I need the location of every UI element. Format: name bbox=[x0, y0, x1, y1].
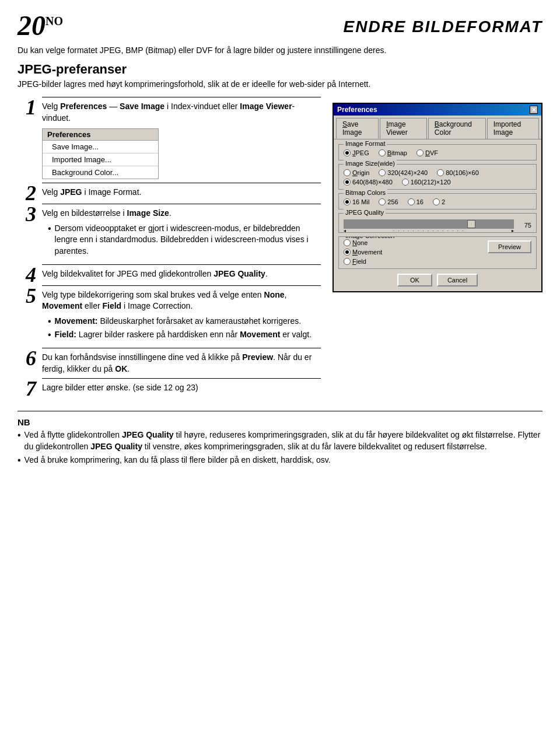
intro-text: Du kan velge formatet JPEG, BMP (Bitmap)… bbox=[18, 46, 542, 55]
dialog-body: Image Format JPEG Bitmap DVF bbox=[334, 139, 541, 291]
tab-background-color[interactable]: Background Color bbox=[428, 118, 486, 139]
radio-80x60[interactable]: 80(106)×60 bbox=[437, 169, 479, 176]
pref-title: Preferences bbox=[43, 129, 158, 141]
dialog-button-row: OK Cancel bbox=[338, 274, 537, 287]
image-size-label: Image Size(wide) bbox=[344, 160, 397, 167]
radio-16-circle bbox=[408, 198, 415, 205]
pref-background-color[interactable]: Background Color... bbox=[43, 166, 158, 179]
radio-movement[interactable]: Movement bbox=[344, 249, 382, 256]
image-format-label: Image Format bbox=[344, 140, 387, 147]
main-content: 1 Velg Preferences — Save Image i Index-… bbox=[18, 97, 542, 399]
bitmap-colors-options: 16 Mil 256 16 2 bbox=[344, 198, 531, 205]
step-3-bullets: • Dersom videoopptaket er gjort i widesc… bbox=[42, 223, 321, 257]
nb-bullet-1: • Ved å flytte glidekontrollen JPEG Qual… bbox=[18, 429, 542, 452]
dialog-column: Preferences ✕ Save Image Image Viewer Ba… bbox=[332, 97, 542, 399]
ok-button[interactable]: OK bbox=[397, 274, 432, 287]
radio-256-circle bbox=[379, 198, 386, 205]
radio-field-circle bbox=[344, 258, 351, 265]
step-number-3: 3 bbox=[18, 204, 36, 225]
radio-16mil[interactable]: 16 Mil bbox=[344, 198, 369, 205]
step-4: 4 Velg bildekvalitet for JPEG med glidek… bbox=[18, 264, 321, 285]
radio-dvf-circle bbox=[416, 149, 424, 156]
image-correction-group: Image Correction None Movement bbox=[338, 236, 537, 269]
radio-origin[interactable]: Origin bbox=[344, 169, 369, 176]
radio-dvf[interactable]: DVF bbox=[416, 149, 438, 156]
jpeg-quality-slider[interactable]: ◂ · · · · · · · · · · · · · · · ▸ bbox=[344, 219, 514, 229]
tab-imported-image[interactable]: Imported Image bbox=[487, 118, 539, 139]
step-6: 6 Du kan forhåndsvise innstillingene din… bbox=[18, 348, 321, 378]
radio-jpeg-circle bbox=[344, 149, 351, 156]
step-number-5: 5 bbox=[18, 285, 36, 306]
step-content-3: Velg en bildestørrelse i Image Size. • D… bbox=[42, 204, 321, 264]
jpeg-quality-slider-row: ◂ · · · · · · · · · · · · · · · ▸ 75 bbox=[344, 219, 531, 229]
radio-jpeg[interactable]: JPEG bbox=[344, 149, 369, 156]
preferences-dialog: Preferences ✕ Save Image Image Viewer Ba… bbox=[332, 103, 542, 292]
image-format-group: Image Format JPEG Bitmap DVF bbox=[338, 144, 537, 160]
radio-origin-circle bbox=[344, 169, 351, 176]
radio-2[interactable]: 2 bbox=[433, 198, 445, 205]
dialog-title: Preferences bbox=[337, 106, 377, 114]
step-number-7: 7 bbox=[18, 378, 36, 399]
nb-section: NB • Ved å flytte glidekontrollen JPEG Q… bbox=[18, 411, 542, 466]
radio-640x480[interactable]: 640(848)×480 bbox=[344, 179, 393, 186]
step-content-6: Du kan forhåndsvise innstillingene dine … bbox=[42, 348, 321, 378]
step-content-2: Velg JPEG i Image Format. bbox=[42, 183, 321, 202]
page-number: 20NO bbox=[18, 12, 63, 40]
step-7-text: Lagre bilder etter ønske. (se side 12 og… bbox=[42, 382, 321, 394]
dialog-tabs: Save Image Image Viewer Background Color… bbox=[334, 116, 541, 139]
cancel-button[interactable]: Cancel bbox=[437, 274, 478, 287]
step-content-5: Velg type bildekorrigering som skal bruk… bbox=[42, 285, 321, 348]
bullet-field: • Field: Lagrer bilder raskere på harddi… bbox=[48, 329, 321, 341]
image-size-row1: Origin 320(424)×240 80(106)×60 bbox=[344, 169, 531, 176]
preview-button[interactable]: Preview bbox=[488, 240, 531, 253]
step-content-4: Velg bildekvalitet for JPEG med glidekon… bbox=[42, 264, 321, 284]
steps-column: 1 Velg Preferences — Save Image i Index-… bbox=[18, 97, 321, 399]
nb-bullet-2: • Ved å bruke komprimering, kan du få pl… bbox=[18, 455, 542, 466]
step-content-1: Velg Preferences — Save Image i Index-vi… bbox=[42, 97, 321, 183]
step-1-text: Velg Preferences — Save Image i Index-vi… bbox=[42, 101, 321, 124]
jpeg-quality-label: JPEG Quality bbox=[344, 209, 386, 216]
image-size-row2: 640(848)×480 160(212)×120 bbox=[344, 179, 531, 186]
bullet-widescreen: • Dersom videoopptaket er gjort i widesc… bbox=[48, 223, 321, 257]
image-correction-label: Image Correction bbox=[344, 236, 396, 239]
radio-320x240-circle bbox=[379, 169, 386, 176]
pref-imported-image[interactable]: Imported Image... bbox=[43, 153, 158, 166]
tab-save-image[interactable]: Save Image bbox=[336, 118, 379, 139]
bitmap-colors-label: Bitmap Colors bbox=[344, 189, 387, 196]
pref-save-image[interactable]: Save Image... bbox=[43, 141, 158, 153]
step-number-4: 4 bbox=[18, 264, 36, 285]
tab-image-viewer[interactable]: Image Viewer bbox=[380, 118, 427, 139]
radio-field[interactable]: Field bbox=[344, 258, 382, 265]
dialog-title-bar: Preferences ✕ bbox=[334, 104, 541, 116]
step-6-text: Du kan forhåndsvise innstillingene dine … bbox=[42, 352, 321, 375]
step-number-2: 2 bbox=[18, 183, 36, 204]
bullet-movement: • Movement: Bildeuskarphet forårsaket av… bbox=[48, 316, 321, 327]
image-size-group: Image Size(wide) Origin 320(424)×240 bbox=[338, 164, 537, 190]
jpeg-quality-group: JPEG Quality ◂ · · · · · · · · · · · · ·… bbox=[338, 213, 537, 233]
radio-bitmap[interactable]: Bitmap bbox=[379, 149, 407, 156]
section-title: JPEG-preferanser bbox=[18, 62, 542, 77]
step-3-text: Velg en bildestørrelse i Image Size. bbox=[42, 208, 321, 219]
step-2-text: Velg JPEG i Image Format. bbox=[42, 187, 321, 198]
radio-16[interactable]: 16 bbox=[408, 198, 424, 205]
radio-640x480-circle bbox=[344, 179, 351, 186]
radio-256[interactable]: 256 bbox=[379, 198, 398, 205]
radio-none-circle bbox=[344, 239, 351, 246]
step-5: 5 Velg type bildekorrigering som skal br… bbox=[18, 285, 321, 348]
step-number-1: 1 bbox=[18, 97, 36, 118]
section-subtitle: JPEG-bilder lagres med høyt komprimering… bbox=[18, 79, 542, 89]
page-title: ENDRE BILDEFORMAT bbox=[344, 18, 542, 36]
step-content-7: Lagre bilder etter ønske. (se side 12 og… bbox=[42, 378, 321, 397]
image-format-options: JPEG Bitmap DVF bbox=[344, 149, 531, 156]
radio-none[interactable]: None bbox=[344, 239, 382, 246]
radio-320x240[interactable]: 320(424)×240 bbox=[379, 169, 428, 176]
bitmap-colors-group: Bitmap Colors 16 Mil 256 16 bbox=[338, 193, 537, 209]
step-7: 7 Lagre bilder etter ønske. (se side 12 … bbox=[18, 378, 321, 399]
page-header: 20NO ENDRE BILDEFORMAT bbox=[18, 12, 542, 40]
step-2: 2 Velg JPEG i Image Format. bbox=[18, 183, 321, 204]
step-1: 1 Velg Preferences — Save Image i Index-… bbox=[18, 97, 321, 183]
radio-160x120[interactable]: 160(212)×120 bbox=[402, 179, 451, 186]
nb-title: NB bbox=[18, 417, 542, 427]
radio-80x60-circle bbox=[437, 169, 444, 176]
dialog-close-button[interactable]: ✕ bbox=[530, 106, 538, 114]
